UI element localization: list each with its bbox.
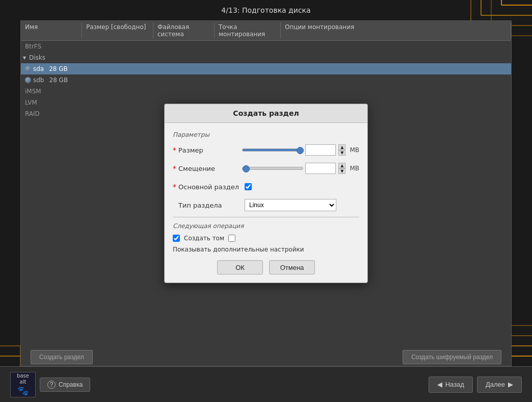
logo-box: base alt 🐾	[10, 372, 36, 397]
dialog-overlay: Создать раздел Параметры * Размер 26623	[21, 21, 511, 366]
size-control: 26623 ▲ ▼ MB	[242, 144, 359, 156]
primary-row: * Основной раздел	[173, 180, 359, 193]
back-button[interactable]: ◀ Назад	[429, 376, 473, 393]
footer: base alt 🐾 ? Справка ◀ Назад Далее ▶	[0, 366, 532, 402]
size-input[interactable]: 26623	[305, 144, 336, 156]
ok-button[interactable]: ОК	[217, 260, 263, 274]
help-button[interactable]: ? Справка	[40, 378, 90, 392]
help-icon: ?	[47, 381, 56, 389]
offset-label: Смещение	[178, 165, 242, 172]
dialog-buttons: ОК Отмена	[173, 260, 359, 274]
create-volume-label: Создать том	[184, 235, 224, 242]
params-section-label: Параметры	[173, 131, 359, 138]
size-slider-track[interactable]	[242, 148, 303, 152]
help-label: Справка	[59, 381, 83, 388]
cancel-button[interactable]: Отмена	[269, 260, 315, 274]
nav-buttons: ◀ Назад Далее ▶	[429, 376, 522, 393]
next-icon: ▶	[508, 381, 513, 388]
title-bar: 4/13: Подготовка диска	[0, 0, 532, 20]
offset-required-star: *	[173, 164, 176, 172]
next-button[interactable]: Далее ▶	[477, 376, 522, 393]
primary-control	[245, 183, 359, 190]
offset-unit: MB	[350, 165, 359, 172]
logo-text1: base	[17, 373, 29, 379]
size-unit: MB	[350, 146, 359, 154]
offset-spin-up[interactable]: ▲	[338, 163, 345, 168]
size-spin-down[interactable]: ▼	[338, 150, 345, 156]
next-op-label: Следующая операция	[173, 222, 359, 230]
partition-type-label: Тип раздела	[178, 202, 245, 209]
offset-slider-track[interactable]	[242, 167, 303, 170]
size-slider-thumb[interactable]	[297, 147, 304, 154]
logo-text2: alt	[20, 379, 26, 385]
show-advanced-label: Показывать дополнительные настройки	[173, 246, 304, 253]
logo-area: base alt 🐾 ? Справка	[10, 372, 90, 397]
offset-slider-thumb[interactable]	[243, 165, 250, 172]
back-icon: ◀	[437, 381, 442, 388]
create-partition-dialog: Создать раздел Параметры * Размер 26623	[164, 104, 368, 283]
size-spin-buttons: ▲ ▼	[338, 144, 345, 156]
offset-spin-down[interactable]: ▼	[338, 168, 345, 174]
back-label: Назад	[445, 381, 464, 388]
partition-type-select[interactable]: Linux Swap FAT32 NTFS	[245, 199, 336, 211]
size-spin-up[interactable]: ▲	[338, 144, 345, 150]
size-label: Размер	[178, 146, 242, 154]
offset-row: * Смещение 0 ▲ ▼ MB	[173, 162, 359, 175]
main-content: Имя Размер [свободно] Файловая система Т…	[20, 20, 512, 366]
partition-type-row: * Тип раздела Linux Swap FAT32 NTFS	[173, 198, 359, 212]
dialog-title: Создать раздел	[165, 104, 367, 123]
size-required-star: *	[173, 146, 176, 154]
partition-type-control: Linux Swap FAT32 NTFS	[245, 199, 359, 211]
primary-required-star: *	[173, 183, 176, 191]
size-row: * Размер 26623 ▲ ▼ MB	[173, 143, 359, 157]
primary-checkbox[interactable]	[245, 183, 252, 190]
create-volume-checkbox[interactable]	[173, 235, 180, 242]
offset-input[interactable]: 0	[305, 163, 336, 174]
page-title: 4/13: Подготовка диска	[221, 6, 310, 14]
divider	[173, 217, 359, 217]
next-label: Далее	[486, 381, 505, 388]
logo-animal-icon: 🐾	[17, 385, 29, 396]
size-slider-fill	[243, 149, 300, 151]
next-op-checkboxes: Создать том Показывать дополнительные на…	[173, 235, 359, 253]
offset-control: 0 ▲ ▼ MB	[242, 163, 359, 174]
primary-label: Основной раздел	[178, 183, 245, 191]
offset-spin-buttons: ▲ ▼	[338, 163, 345, 174]
dialog-body: Параметры * Размер 26623 ▲ ▼	[165, 123, 367, 283]
show-advanced-checkbox[interactable]	[228, 235, 235, 242]
